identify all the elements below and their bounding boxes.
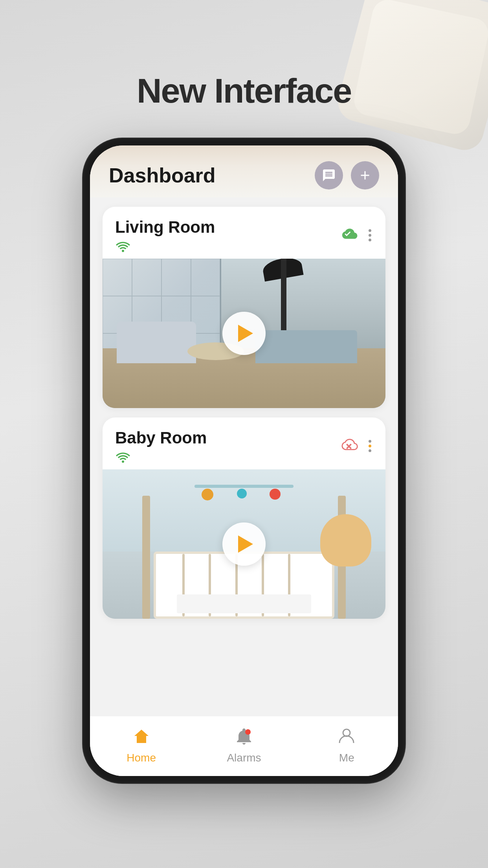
play-icon: [238, 325, 253, 342]
me-icon-wrap: [334, 724, 359, 749]
app-header: Dashboard: [109, 161, 379, 189]
page-headline: New Interface: [137, 71, 351, 111]
phone-screen: Dashboard: [90, 145, 398, 776]
app-title: Dashboard: [109, 164, 216, 187]
svg-point-4: [343, 729, 350, 736]
mobile-toy-2: [237, 489, 247, 498]
sofa-right: [255, 330, 357, 363]
cloud-icon-living-room: [339, 227, 359, 243]
home-icon: [131, 726, 152, 747]
window-pane: [132, 259, 161, 296]
nav-item-alarms[interactable]: Alarms: [216, 724, 272, 764]
living-room-wifi: [115, 240, 215, 252]
more-dot: [369, 440, 371, 443]
mobile-toy-3: [270, 489, 281, 500]
message-icon: [322, 168, 336, 182]
svg-point-3: [245, 729, 251, 735]
baby-room-more-button[interactable]: [367, 438, 373, 454]
living-room-title-section: Living Room: [115, 218, 215, 252]
living-room-play-button[interactable]: [222, 312, 266, 355]
me-icon: [337, 727, 356, 746]
app-content: Living Room: [90, 197, 398, 716]
living-room-preview[interactable]: [103, 259, 385, 408]
corner-decoration-2: [351, 0, 488, 137]
home-nav-label: Home: [127, 752, 156, 764]
message-button[interactable]: [315, 161, 343, 189]
baby-room-title: Baby Room: [115, 428, 207, 447]
alarms-icon: [235, 727, 253, 746]
mobile-toy-1: [202, 489, 213, 500]
more-dot: [369, 239, 371, 241]
more-dot: [369, 445, 371, 447]
add-button[interactable]: [351, 161, 379, 189]
baby-room-card-header: Baby Room: [103, 417, 385, 469]
more-dot: [369, 229, 371, 232]
header-action-buttons: [315, 161, 379, 189]
stuffed-toy: [320, 514, 371, 566]
mobile-bar: [194, 485, 294, 488]
living-room-actions: [339, 227, 373, 243]
living-room-more-button[interactable]: [367, 228, 373, 243]
alarms-nav-label: Alarms: [227, 752, 261, 764]
nav-item-home[interactable]: Home: [114, 724, 169, 764]
baby-room-preview[interactable]: [103, 469, 385, 619]
me-nav-label: Me: [339, 752, 354, 764]
wifi-icon-baby-room: [115, 451, 131, 463]
add-icon: [358, 168, 372, 182]
baby-room-title-section: Baby Room: [115, 428, 207, 463]
wifi-icon-living-room: [115, 240, 131, 252]
nav-item-me[interactable]: Me: [319, 724, 374, 764]
baby-room-wifi: [115, 451, 207, 463]
home-icon-wrap: [129, 724, 154, 749]
bottom-navigation: Home Alarms Me: [90, 716, 398, 776]
svg-rect-2: [139, 739, 143, 743]
more-dot: [369, 449, 371, 452]
baby-room-actions: [339, 438, 373, 454]
crib-leg-left: [142, 496, 150, 619]
sofa-left: [117, 322, 196, 363]
living-room-card: Living Room: [103, 207, 385, 408]
alarms-icon-wrap: [231, 724, 257, 749]
living-room-title: Living Room: [115, 218, 215, 237]
app-header-background: Dashboard: [90, 145, 398, 197]
play-icon: [238, 535, 253, 553]
baby-room-card: Baby Room: [103, 417, 385, 619]
baby-room-play-button[interactable]: [222, 522, 266, 566]
window-pane: [161, 259, 191, 296]
living-room-card-header: Living Room: [103, 207, 385, 259]
window-pane: [103, 259, 132, 296]
crib-mattress: [177, 594, 311, 613]
phone-shell: Dashboard: [83, 138, 405, 783]
window-pane: [191, 259, 220, 296]
more-dot: [369, 234, 371, 237]
cloud-icon-baby-room: [339, 438, 359, 454]
